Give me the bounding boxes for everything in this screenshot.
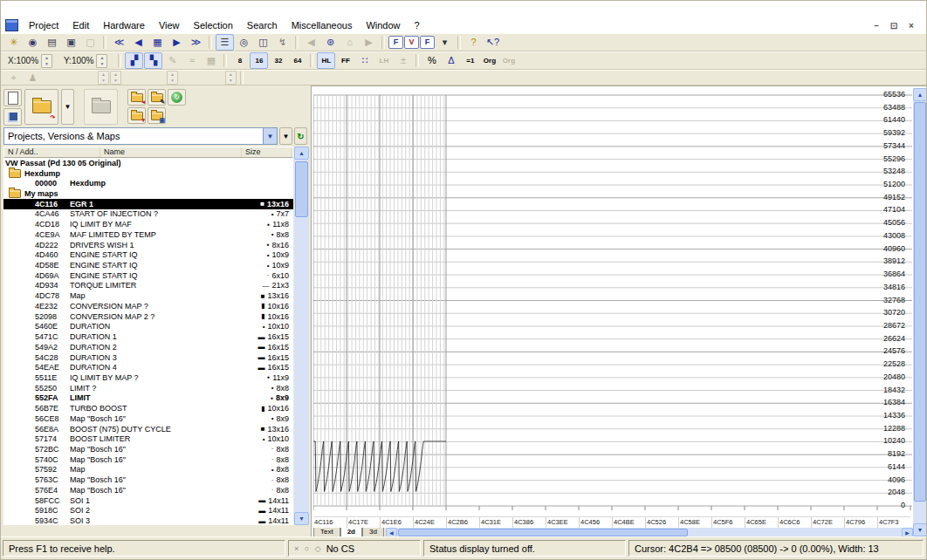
restore-icon[interactable]: ⊡ xyxy=(888,21,900,31)
export-image-button[interactable]: ▣ xyxy=(148,107,166,124)
version-window-icon[interactable]: V xyxy=(404,36,419,49)
tree-row-map[interactable]: 4D69AENGINE START IQ·6x10 xyxy=(3,270,293,281)
help-icon[interactable]: ? xyxy=(464,34,483,51)
menu-item-project[interactable]: Project xyxy=(22,19,65,31)
tree-row-map[interactable]: 4D222DRIVERS WISH 1▪8x16 xyxy=(3,240,293,250)
project-properties-icon[interactable]: ◉ xyxy=(24,34,42,51)
scrollbar-thumb[interactable] xyxy=(398,529,688,536)
tree-row-map[interactable]: 5471CDURATION 1▬16x15 xyxy=(3,331,293,342)
tree-row-folder[interactable]: My maps xyxy=(3,188,293,199)
tree-row-map[interactable]: 576E4Map "Bosch 16"·8x8 xyxy=(3,485,293,495)
first-version-icon[interactable]: ≪ xyxy=(110,34,128,51)
scroll-down-icon[interactable]: ▼ xyxy=(913,523,927,536)
factor-icon[interactable]: =1 xyxy=(461,52,479,69)
map-graph-plot[interactable] xyxy=(313,88,912,516)
tree-row-map[interactable]: 57174BOOST LIMITER•10x10 xyxy=(3,434,293,444)
scroll-up-icon[interactable]: ▲ xyxy=(294,147,309,160)
menu-item-hardware[interactable]: Hardware xyxy=(96,19,152,31)
app-icon[interactable] xyxy=(5,19,18,31)
tree-row-map[interactable]: 4CD18IQ LIMIT BY MAF▪11x8 xyxy=(3,219,293,229)
spin-down-icon[interactable]: ▼ xyxy=(97,61,106,67)
spin-up-icon[interactable]: ▲ xyxy=(42,55,52,61)
view-32bit-icon[interactable]: 32 xyxy=(269,52,287,69)
details-list-icon[interactable]: ☰ xyxy=(216,34,234,51)
map-preview-icon[interactable]: ◫ xyxy=(254,34,272,51)
tree-row-map[interactable]: 4D934TORQUE LIMITER—21x3 xyxy=(3,281,293,291)
minimize-icon[interactable]: – xyxy=(870,21,882,31)
last-version-icon[interactable]: ≫ xyxy=(187,34,205,51)
menu-item-selection[interactable]: Selection xyxy=(187,19,240,31)
hex-display-icon[interactable]: FF xyxy=(336,52,354,69)
previous-version-icon[interactable]: ◀ xyxy=(129,34,148,51)
view-8bit-icon[interactable]: 8 xyxy=(230,52,249,69)
tree-scrollbar[interactable]: ▲ ▼ xyxy=(294,147,309,525)
y-zoom-control-spinner[interactable]: ▲▼ xyxy=(96,54,107,68)
tree-row-map[interactable]: 55250LIMIT ?•8x8 xyxy=(3,383,293,393)
view-16bit-icon[interactable]: 16 xyxy=(250,52,268,69)
tree-row-map[interactable]: 58FCCSOI 1▬14x11 xyxy=(3,495,293,506)
hexdump-window-icon[interactable]: F xyxy=(388,36,403,49)
chart-scrollbar[interactable]: ▲ ▼ xyxy=(913,88,927,536)
original-values-icon[interactable]: Org xyxy=(480,52,498,69)
tree-row-map[interactable]: 5763CMap "Bosch 16"·8x8 xyxy=(3,475,293,485)
chevron-down-icon[interactable]: ▼ xyxy=(263,128,277,144)
context-help-icon[interactable]: ↖? xyxy=(484,34,502,51)
tree-row-map[interactable]: 4D460ENGINE START IQ•10x9 xyxy=(3,249,293,260)
tree-row-folder[interactable]: Hexdump xyxy=(3,168,293,179)
tree-row-map[interactable]: 4D58EENGINE START IQ•10x9 xyxy=(3,260,293,270)
tree-row-map[interactable]: 54EAEDURATION 4▬16x15 xyxy=(3,362,293,372)
x-zoom-control[interactable]: X:100%▲▼ xyxy=(8,54,52,68)
scroll-up-icon[interactable]: ▲ xyxy=(913,88,927,101)
tree-row-map[interactable]: 572BCMap "Bosch 16"·8x8 xyxy=(3,444,293,454)
next-version-icon[interactable]: ▶ xyxy=(168,34,186,51)
open-project-dropdown[interactable]: ▼ xyxy=(61,89,74,125)
tree-row-map[interactable]: 52098CONVERSION MAP 2 ?▮10x16 xyxy=(3,311,293,322)
tree-row-map[interactable]: 5511EIQ LIMIT BY MAP ?▪11x9 xyxy=(3,372,293,383)
tree-row-project[interactable]: VW Passat (Pd 130 05 Original) xyxy=(3,158,293,168)
tree-row-map[interactable]: 4CE9AMAF LIMITED BY TEMP•8x8 xyxy=(3,229,293,240)
decimal-display-icon[interactable]: ∷ xyxy=(355,52,374,69)
wizard-icon[interactable]: ✳ xyxy=(4,34,23,51)
import-version-button[interactable]: ◂ xyxy=(127,89,146,106)
search-map-icon[interactable]: ◎ xyxy=(235,34,253,51)
difference-icon[interactable]: Δ xyxy=(442,52,460,69)
menu-item-window[interactable]: Window xyxy=(359,19,407,31)
tree-row-map[interactable]: 4DC78Map■13x16 xyxy=(3,290,293,301)
online-update-button[interactable]: ↻ xyxy=(168,89,186,106)
version-overview-icon[interactable]: ▦ xyxy=(148,34,167,51)
tree-row-map[interactable]: 5460EDURATION•10x10 xyxy=(3,322,293,332)
x-zoom-control-spinner[interactable]: ▲▼ xyxy=(41,54,52,68)
tree-row-map[interactable]: 5918CSOI 2▬14x11 xyxy=(3,505,293,516)
view-2d-icon[interactable]: ▞ xyxy=(125,52,143,69)
close-version-button[interactable]: ▾ xyxy=(127,107,146,124)
view-64bit-icon[interactable]: 64 xyxy=(288,52,306,69)
tree-row-map[interactable]: 54C28DURATION 3▬16x15 xyxy=(3,352,293,363)
scroll-down-icon[interactable]: ▼ xyxy=(294,512,309,525)
spin-up-icon[interactable]: ▲ xyxy=(97,55,106,61)
window-menu-dropdown-icon[interactable]: ▾ xyxy=(436,34,454,51)
scrollbar-thumb[interactable] xyxy=(914,102,926,502)
percent-icon[interactable]: % xyxy=(422,52,441,69)
tree-row-map[interactable]: 549A2DURATION 2▬16x15 xyxy=(3,342,293,352)
tree-row-map[interactable]: 4C116EGR 1■13x16 xyxy=(3,199,293,209)
panel-mode-combobox[interactable]: Projects, Versions & Maps ▼ xyxy=(3,127,278,145)
online-icon[interactable]: ⊛ xyxy=(321,34,340,51)
spin-down-icon[interactable]: ▼ xyxy=(42,61,52,67)
panel-menu-button[interactable]: ▼ xyxy=(279,127,292,145)
y-zoom-control[interactable]: Y:100%▲▼ xyxy=(64,54,107,68)
tree-row-map[interactable]: 5740CMap "Bosch 16"·8x8 xyxy=(3,454,293,465)
menu-item-search[interactable]: Search xyxy=(240,19,285,31)
tree-row-map[interactable]: 5934CSOI 3▬14x11 xyxy=(3,516,293,525)
menu-item-?[interactable]: ? xyxy=(408,19,427,31)
save-project-button[interactable] xyxy=(3,108,22,126)
tree-row-map[interactable]: 57592Map•8x8 xyxy=(3,465,293,475)
open-project-button[interactable]: ↷ xyxy=(24,89,58,125)
map-list-window-icon[interactable]: F xyxy=(420,36,435,49)
tree-row-map[interactable]: 4E232CONVERSION MAP ?▮10x16 xyxy=(3,301,293,311)
tree-column-name[interactable]: Name xyxy=(100,147,242,157)
tree-column-nadd[interactable]: N / Add.. xyxy=(4,147,100,157)
close-icon[interactable]: × xyxy=(905,21,917,31)
view-3d-icon[interactable]: ▚ xyxy=(144,52,162,69)
tree-row-map[interactable]: 56B7ETURBO BOOST▮10x16 xyxy=(3,403,293,413)
tree-row-map[interactable]: 552FALIMIT▪8x9 xyxy=(3,393,293,404)
